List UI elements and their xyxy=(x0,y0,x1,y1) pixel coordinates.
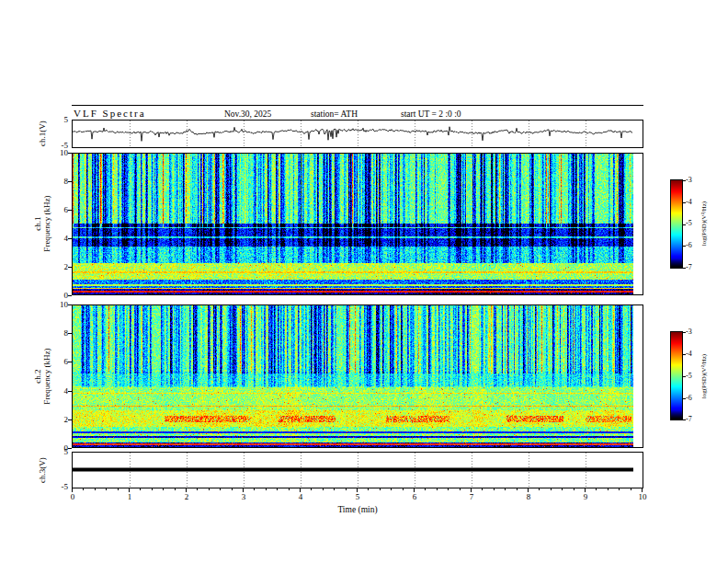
ch1-voltage-plot xyxy=(73,121,643,147)
ch3-voltage-plot xyxy=(73,453,643,488)
colorbar-1-gradient xyxy=(671,180,682,268)
ch1-spectrogram-plot xyxy=(73,154,643,294)
ch1v-ylabel: ch.1(V) xyxy=(37,97,48,170)
ch1v-ytick-top: 5 xyxy=(51,115,68,124)
spec1-ytick: 10 xyxy=(51,148,68,157)
spec2-ylabel: ch.2 Frequency (kHz) xyxy=(32,326,52,427)
xtick: 9 xyxy=(576,492,595,501)
vlf-spectra-figure: VLF Spectra Nov.30, 2025 station= ATH st… xyxy=(0,0,728,563)
xtick: 4 xyxy=(291,492,310,501)
colorbar-1 xyxy=(670,179,683,269)
tick-mark xyxy=(83,488,84,490)
tick-mark xyxy=(289,488,290,490)
header-station: station= ATH xyxy=(311,109,358,119)
tick-mark xyxy=(243,488,244,492)
spec2-ytick: 10 xyxy=(51,300,68,309)
tick-mark xyxy=(323,488,324,490)
xtick: 10 xyxy=(633,492,652,501)
ch2-spectrogram-plot xyxy=(73,305,643,447)
tick-mark xyxy=(551,488,552,490)
xtick: 6 xyxy=(405,492,424,501)
tick-mark xyxy=(129,488,130,492)
tick-mark xyxy=(357,488,358,492)
tick-mark xyxy=(683,398,686,399)
spec1-ytick: 0 xyxy=(51,291,68,300)
tick-mark xyxy=(197,488,198,490)
tick-mark xyxy=(152,488,153,490)
spec1-ylabel: ch.1 Frequency (kHz) xyxy=(32,173,52,274)
xtick: 3 xyxy=(234,492,253,501)
tick-mark xyxy=(334,488,335,490)
tick-mark xyxy=(403,488,404,490)
tick-mark xyxy=(254,488,255,490)
spec2-ytick: 2 xyxy=(51,415,68,424)
spec2-ytick: 4 xyxy=(51,386,68,396)
tick-mark xyxy=(391,488,392,490)
tick-mark xyxy=(683,180,686,181)
tick-mark xyxy=(619,488,620,490)
xtick: 0 xyxy=(63,492,82,501)
tick-mark xyxy=(140,488,141,490)
tick-mark xyxy=(683,246,686,247)
ch3v-ytick-bottom: -5 xyxy=(51,482,68,491)
tick-mark xyxy=(585,488,586,492)
tick-mark xyxy=(494,488,495,490)
tick-mark xyxy=(539,488,540,490)
xaxis-label: Time (min) xyxy=(312,505,404,514)
tick-mark xyxy=(482,488,483,490)
spec1-ytick: 2 xyxy=(51,262,68,271)
tick-mark xyxy=(68,210,72,211)
tick-mark xyxy=(517,488,518,490)
tick-mark xyxy=(505,488,506,490)
tick-mark xyxy=(186,488,187,492)
tick-mark xyxy=(175,488,176,490)
ch2-spectrogram-panel xyxy=(72,304,643,448)
tick-mark xyxy=(448,488,449,490)
tick-mark xyxy=(631,488,631,490)
ch1-spectrogram-panel xyxy=(72,153,643,295)
colorbar-2-gradient xyxy=(671,332,682,419)
tick-mark xyxy=(68,333,72,334)
tick-mark xyxy=(683,376,686,377)
tick-mark xyxy=(95,488,96,490)
spec1-ytick: 6 xyxy=(51,205,68,214)
cb1-label: log(PSD)(V²/Hz) xyxy=(700,168,709,279)
tick-mark xyxy=(68,238,72,239)
tick-mark xyxy=(437,488,438,490)
tick-mark xyxy=(72,488,73,492)
tick-mark xyxy=(608,488,609,490)
tick-mark xyxy=(68,181,72,182)
tick-mark xyxy=(68,419,72,420)
figure-title: VLF Spectra xyxy=(74,108,146,119)
tick-mark xyxy=(266,488,267,490)
spec1-ytick: 8 xyxy=(51,177,68,186)
tick-mark xyxy=(574,488,574,490)
tick-mark xyxy=(277,488,278,490)
tick-mark xyxy=(380,488,381,490)
tick-mark xyxy=(68,391,72,392)
ch3v-ylabel: ch.3(V) xyxy=(37,433,48,507)
header-rule xyxy=(72,105,643,106)
tick-mark xyxy=(683,268,686,269)
tick-mark xyxy=(220,488,221,490)
tick-mark xyxy=(346,488,347,490)
tick-mark xyxy=(68,304,72,305)
spec1-ytick: 4 xyxy=(51,234,68,243)
ch3-voltage-panel xyxy=(72,452,643,488)
tick-mark xyxy=(562,488,563,490)
tick-mark xyxy=(232,488,233,490)
header-start-ut: start UT = 2 :0 :0 xyxy=(401,109,461,119)
colorbar-2 xyxy=(670,331,683,420)
xtick: 7 xyxy=(462,492,481,501)
tick-mark xyxy=(683,224,686,225)
tick-mark xyxy=(596,488,597,490)
xtick: 1 xyxy=(120,492,139,501)
tick-mark xyxy=(106,488,107,490)
ch1-voltage-panel xyxy=(72,120,643,148)
spec2-ytick: 8 xyxy=(51,328,68,338)
spec2-ytick: 6 xyxy=(51,357,68,366)
tick-mark xyxy=(683,202,686,203)
tick-mark xyxy=(425,488,426,490)
tick-mark xyxy=(414,488,415,492)
tick-mark xyxy=(683,332,686,333)
